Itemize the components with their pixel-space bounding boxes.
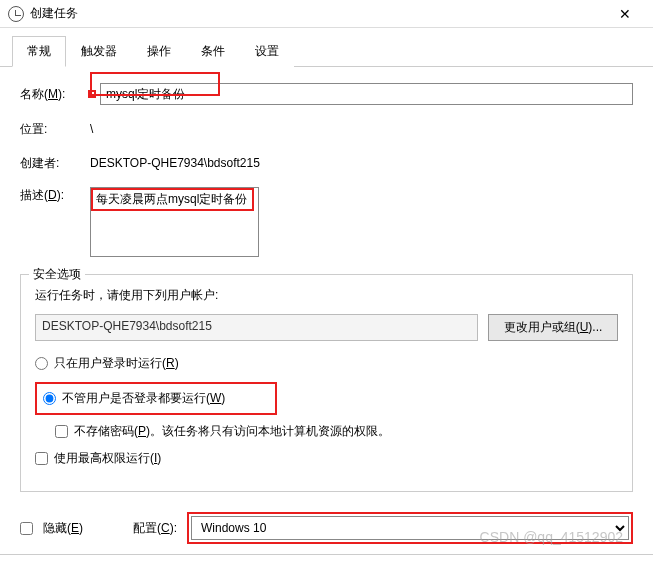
no-store-pwd-label: 不存储密码(P)。该任务将只有访问本地计算机资源的权限。不存储密码(P)。该任务… <box>74 423 390 440</box>
desc-label: 描述(D):描述(D): <box>20 187 90 204</box>
description-input[interactable] <box>90 187 259 257</box>
creator-value: DESKTOP-QHE7934\bdsoft215 <box>90 153 260 173</box>
checkbox-hidden[interactable] <box>20 522 33 535</box>
location-label: 位置: <box>20 121 90 138</box>
runas-user-display: DESKTOP-QHE7934\bdsoft215 <box>35 314 478 341</box>
security-fieldset: 安全选项 运行任务时，请使用下列用户帐户: DESKTOP-QHE7934\bd… <box>20 274 633 492</box>
security-legend: 安全选项 <box>29 266 85 283</box>
config-label: 配置(C):配置(C): <box>133 520 177 537</box>
change-user-button[interactable]: 更改用户或组(U)...更改用户或组(U)... <box>488 314 618 341</box>
tab-actions[interactable]: 操作 <box>132 36 186 67</box>
radio-always[interactable] <box>43 392 56 405</box>
location-value: \ <box>90 119 93 139</box>
tab-settings[interactable]: 设置 <box>240 36 294 67</box>
radio-logged-on[interactable] <box>35 357 48 370</box>
radio-always-label: 不管用户是否登录都要运行(W)不管用户是否登录都要运行(W) <box>62 390 225 407</box>
radio-logged-on-label: 只在用户登录时运行(R)只在用户登录时运行(R) <box>54 355 179 372</box>
clock-icon <box>8 6 24 22</box>
hidden-label: 隐藏(E)隐藏(E) <box>43 520 83 537</box>
highest-priv-label: 使用最高权限运行(I)使用最高权限运行(I) <box>54 450 161 467</box>
window-title: 创建任务 <box>30 5 78 22</box>
checkbox-highest-priv[interactable] <box>35 452 48 465</box>
tab-conditions[interactable]: 条件 <box>186 36 240 67</box>
close-icon: ✕ <box>619 6 631 22</box>
security-help: 运行任务时，请使用下列用户帐户: <box>35 287 618 304</box>
tab-general[interactable]: 常规 <box>12 36 66 67</box>
tab-strip: 常规 触发器 操作 条件 设置 <box>0 36 653 67</box>
name-input[interactable] <box>100 83 633 105</box>
checkbox-no-store-pwd[interactable] <box>55 425 68 438</box>
name-label: 名称(M): <box>20 86 90 103</box>
tab-triggers[interactable]: 触发器 <box>66 36 132 67</box>
config-select[interactable]: Windows 10 <box>191 516 629 540</box>
creator-label: 创建者: <box>20 155 90 172</box>
close-button[interactable]: ✕ <box>605 0 645 28</box>
